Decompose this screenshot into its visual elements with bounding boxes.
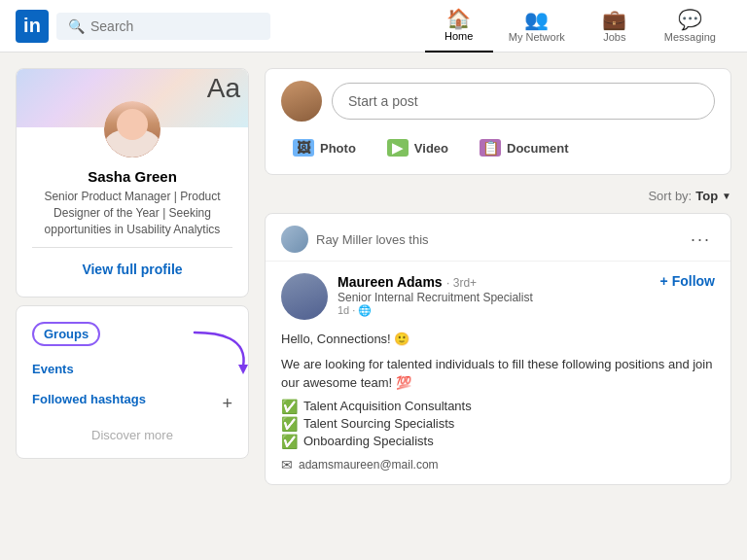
- post-greeting: Hello, Connections! 🙂: [281, 330, 715, 349]
- video-icon: ▶: [387, 139, 409, 157]
- view-full-profile-button[interactable]: View full profile: [32, 258, 232, 285]
- header: in 🔍 🏠 Home 👥 My Network 💼 Jobs 💬 Messag…: [0, 0, 747, 52]
- nav-label-jobs: Jobs: [603, 31, 625, 43]
- sort-value[interactable]: Top: [695, 189, 718, 203]
- main-nav: 🏠 Home 👥 My Network 💼 Jobs 💬 Messaging: [425, 0, 731, 52]
- profile-info: Sasha Green Senior Product Manager | Pro…: [17, 168, 248, 297]
- profile-title: Senior Product Manager | Product Designe…: [32, 189, 232, 237]
- sort-dropdown-icon[interactable]: ▼: [722, 191, 731, 201]
- list-item-3: ✅ Onboarding Specialists: [281, 434, 715, 449]
- email-row: ✉ adamsmaureen@mail.com: [281, 457, 715, 472]
- reaction-user-avatar: [281, 226, 308, 253]
- home-icon: 🏠: [446, 9, 471, 28]
- post-box: Start a post 🖼 Photo ▶ Video 📋 Document: [265, 68, 731, 175]
- nav-label-network: My Network: [509, 31, 565, 43]
- follow-button[interactable]: + Follow: [660, 273, 715, 289]
- groups-row: Groups: [17, 314, 248, 354]
- avatar-image: [281, 81, 322, 122]
- photo-icon: 🖼: [293, 139, 314, 157]
- jobs-icon: 💼: [602, 10, 626, 29]
- list-item-label-3: Onboarding Specialists: [303, 434, 434, 448]
- author-name[interactable]: Maureen Adams: [338, 274, 443, 290]
- post-author-row: Maureen Adams · 3rd+ Senior Internal Rec…: [281, 273, 715, 320]
- sort-label: Sort by:: [648, 189, 692, 203]
- check-icon-1: ✅: [281, 399, 298, 414]
- nav-item-network[interactable]: 👥 My Network: [493, 0, 581, 52]
- list-item-2: ✅ Talent Sourcing Specialists: [281, 416, 715, 432]
- search-bar[interactable]: 🔍: [56, 13, 270, 40]
- nav-item-jobs[interactable]: 💼 Jobs: [581, 0, 649, 52]
- main-layout: Aa Sasha Green Senior Product Manager | …: [0, 52, 747, 501]
- photo-label: Photo: [320, 141, 356, 156]
- discover-more-link[interactable]: Discover more: [17, 422, 248, 450]
- check-icon-2: ✅: [281, 416, 298, 432]
- messaging-icon: 💬: [678, 10, 702, 29]
- post-actions: 🖼 Photo ▶ Video 📋 Document: [281, 133, 715, 162]
- check-icon-3: ✅: [281, 434, 298, 449]
- add-sidebar-item-button[interactable]: +: [222, 394, 232, 414]
- search-icon: 🔍: [68, 18, 85, 34]
- nav-item-messaging[interactable]: 💬 Messaging: [649, 0, 731, 52]
- nav-label-home: Home: [445, 30, 473, 42]
- start-post-input[interactable]: Start a post: [332, 83, 715, 120]
- profile-card: Aa Sasha Green Senior Product Manager | …: [16, 68, 249, 298]
- followed-hashtags-link[interactable]: Followed hashtags: [17, 384, 248, 414]
- sidebar: Aa Sasha Green Senior Product Manager | …: [16, 68, 249, 485]
- divider: [32, 247, 232, 248]
- author-name-row: Maureen Adams · 3rd+: [338, 273, 651, 291]
- author-avatar-image: [281, 273, 328, 320]
- network-icon: 👥: [524, 10, 549, 29]
- post-list: ✅ Talent Acquisition Consultants ✅ Talen…: [281, 399, 715, 449]
- video-label: Video: [414, 141, 448, 156]
- author-avatar: [281, 273, 328, 320]
- sort-row: Sort by: Top ▼: [265, 183, 731, 205]
- document-icon: 📋: [480, 139, 501, 157]
- author-info: Maureen Adams · 3rd+ Senior Internal Rec…: [338, 273, 651, 317]
- activity-row: Ray Miller loves this: [281, 226, 429, 253]
- email-address[interactable]: adamsmaureen@mail.com: [299, 458, 439, 472]
- events-link[interactable]: Events: [17, 354, 248, 384]
- activity-text: Ray Miller loves this: [316, 232, 429, 247]
- document-action-button[interactable]: 📋 Document: [468, 133, 581, 162]
- more-options-button[interactable]: ···: [687, 229, 715, 250]
- feed-card-body: Maureen Adams · 3rd+ Senior Internal Rec…: [266, 262, 730, 484]
- post-body: We are looking for talented individuals …: [281, 355, 715, 393]
- video-action-button[interactable]: ▶ Video: [375, 133, 460, 162]
- nav-label-messaging: Messaging: [664, 31, 716, 43]
- author-title: Senior Internal Recruitment Specialist: [338, 291, 651, 304]
- list-item-1: ✅ Talent Acquisition Consultants: [281, 399, 715, 414]
- photo-action-button[interactable]: 🖼 Photo: [281, 133, 368, 162]
- post-input-row: Start a post: [281, 81, 715, 122]
- profile-name: Sasha Green: [32, 168, 232, 185]
- banner-decoration: Aa: [207, 73, 240, 104]
- list-item-label-1: Talent Acquisition Consultants: [303, 399, 472, 413]
- post-user-avatar: [281, 81, 322, 122]
- groups-link[interactable]: Groups: [32, 322, 100, 346]
- feed: Start a post 🖼 Photo ▶ Video 📋 Document …: [265, 68, 731, 485]
- feed-card: Ray Miller loves this ··· Maureen Adams …: [265, 213, 731, 485]
- feed-card-header: Ray Miller loves this ···: [266, 214, 730, 262]
- author-connection-badge: · 3rd+: [446, 276, 477, 290]
- sidebar-links: Groups Events Followed hashtags + Discov…: [16, 305, 249, 459]
- search-input[interactable]: [90, 18, 246, 34]
- document-label: Document: [507, 141, 569, 156]
- author-meta: 1d · 🌐: [338, 304, 651, 317]
- email-icon: ✉: [281, 457, 293, 472]
- list-item-label-2: Talent Sourcing Specialists: [303, 416, 454, 431]
- nav-item-home[interactable]: 🏠 Home: [425, 0, 493, 52]
- linkedin-logo[interactable]: in: [16, 10, 49, 43]
